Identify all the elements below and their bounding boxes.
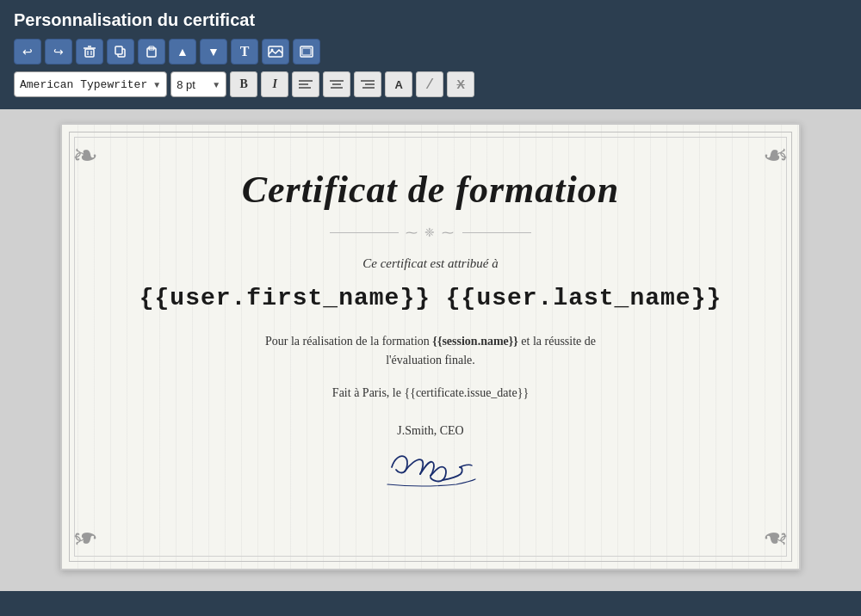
certificate-container: ❧ ❧ ❧ ❧ Certificat de formation ⁓ ❈ ⁓ <box>0 109 861 591</box>
delete-button[interactable] <box>76 39 103 65</box>
corner-ornament-bl: ❧ <box>69 521 110 562</box>
svg-rect-12 <box>302 48 311 55</box>
divider-line-left <box>330 232 399 233</box>
underline-button[interactable]: ∕ <box>416 71 443 97</box>
cert-desc-prefix: Pour la réalisation de la formation <box>265 335 432 348</box>
toolbar-row2: American Typewriter ▼ 8 pt ▼ B I A ∕ X <box>14 71 847 97</box>
undo-button[interactable]: ↩ <box>14 39 41 65</box>
copy-button[interactable] <box>107 39 134 65</box>
font-size-selector[interactable]: 8 pt ▼ <box>170 71 226 97</box>
svg-text:❧: ❧ <box>763 522 789 555</box>
svg-rect-0 <box>85 49 94 57</box>
app-header: Personnalisation du certificat ↩ ↪ <box>0 0 861 109</box>
cert-date-prefix: Fait à Paris, le <box>332 386 405 399</box>
cert-signature <box>379 441 482 489</box>
align-right-button[interactable] <box>354 71 381 97</box>
font-name-label: American Typewriter <box>20 78 147 91</box>
toolbar-row1: ↩ ↪ ▲ ▼ T <box>14 39 847 65</box>
frame-tool-button[interactable] <box>293 39 320 65</box>
corner-ornament-tr: ❧ <box>751 132 792 173</box>
cert-subtitle: Ce certificat est attribué à <box>362 256 498 271</box>
svg-text:❧: ❧ <box>72 522 98 555</box>
caps-button[interactable]: A <box>385 71 412 97</box>
font-selector[interactable]: American Typewriter ▼ <box>14 71 167 97</box>
align-left-button[interactable] <box>292 71 319 97</box>
cert-recipient: {{user.first_name}} {{user.last_name}} <box>139 285 722 311</box>
bold-button[interactable]: B <box>230 71 257 97</box>
redo-button[interactable]: ↪ <box>45 39 72 65</box>
cert-desc-suffix1: et la réussite de <box>518 335 596 348</box>
text-tool-button[interactable]: T <box>231 39 258 65</box>
paste-button[interactable] <box>138 39 165 65</box>
align-center-button[interactable] <box>323 71 350 97</box>
certificate: ❧ ❧ ❧ ❧ Certificat de formation ⁓ ❈ ⁓ <box>60 123 801 570</box>
image-tool-button[interactable] <box>262 39 289 65</box>
cert-content: Certificat de formation ⁓ ❈ ⁓ Ce certifi… <box>105 151 756 489</box>
font-dropdown-arrow[interactable]: ▼ <box>152 80 161 89</box>
cert-signer: J.Smith, CEO <box>397 424 463 438</box>
font-size-label: 8 pt <box>177 78 208 91</box>
strikethrough-button[interactable]: X <box>447 71 474 97</box>
italic-button[interactable]: I <box>261 71 288 97</box>
size-dropdown-arrow[interactable]: ▼ <box>212 80 220 89</box>
move-down-button[interactable]: ▼ <box>200 39 227 65</box>
corner-ornament-tl: ❧ <box>69 132 110 173</box>
divider-line-right <box>462 232 531 233</box>
cert-description: Pour la réalisation de la formation {{se… <box>265 332 596 371</box>
divider-ornament: ⁓ ❈ ⁓ <box>406 225 455 239</box>
cert-date-var: {{certificate.issue_date}} <box>404 386 529 399</box>
svg-rect-6 <box>115 46 122 54</box>
cert-signature-area: J.Smith, CEO <box>379 424 482 489</box>
cert-date: Fait à Paris, le {{certificate.issue_dat… <box>332 386 529 400</box>
corner-ornament-br: ❧ <box>751 521 792 562</box>
cert-title: Certificat de formation <box>242 168 620 212</box>
cert-divider: ⁓ ❈ ⁓ <box>330 225 531 239</box>
svg-text:❧: ❧ <box>72 139 98 171</box>
move-up-button[interactable]: ▲ <box>169 39 196 65</box>
cert-desc-suffix2: l'évaluation finale. <box>386 354 475 367</box>
cert-session-var: {{session.name}} <box>432 335 517 348</box>
page-title: Personnalisation du certificat <box>14 10 847 30</box>
svg-text:❧: ❧ <box>763 139 789 171</box>
